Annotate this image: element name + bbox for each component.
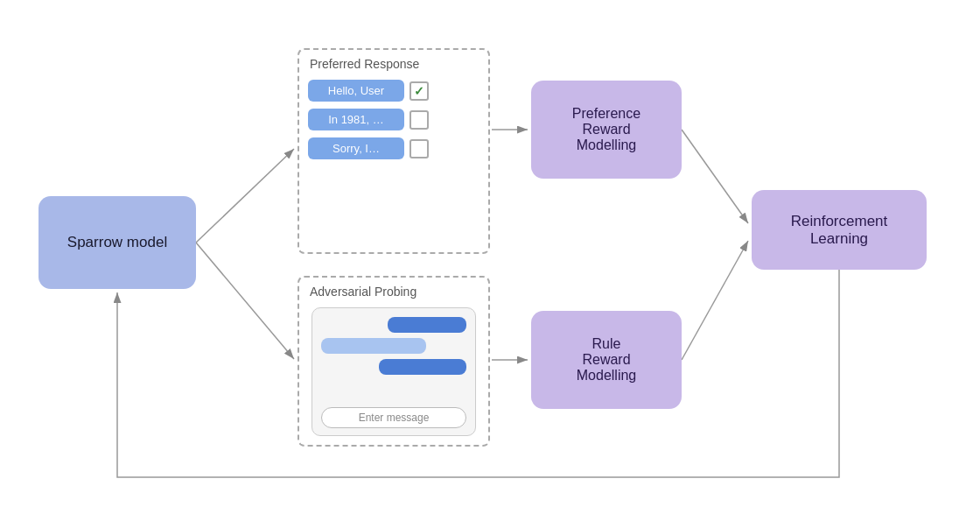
svg-line-5 [682, 130, 748, 223]
chat-bubble-2 [321, 338, 426, 354]
adversarial-probing-box: Adversarial Probing Enter message [298, 276, 490, 447]
response-item-2: In 1981, … [308, 109, 480, 130]
response-item-1: Hello, User ✓ [308, 80, 480, 102]
preferred-response-box: Preferred Response Hello, User ✓ In 1981… [298, 48, 490, 254]
reinforcement-learning-box: Reinforcement Learning [752, 190, 927, 270]
diagram-container: Sparrow model Preferred Response Hello, … [0, 0, 980, 521]
preference-reward-box: Preference Reward Modelling [531, 81, 682, 179]
response-items-list: Hello, User ✓ In 1981, … Sorry, I… [299, 80, 488, 166]
chat-input[interactable]: Enter message [321, 407, 466, 428]
preference-reward-label: Preference Reward Modelling [572, 106, 640, 153]
chat-area: Enter message [312, 307, 476, 436]
chat-bubble-1 [388, 317, 466, 333]
response-text-1: Hello, User [308, 80, 404, 102]
checkbox-2[interactable] [410, 110, 429, 130]
response-text-2: In 1981, … [308, 109, 404, 130]
chat-bubble-3 [379, 359, 466, 375]
checkbox-1[interactable]: ✓ [410, 81, 429, 101]
rule-reward-box: Rule Reward Modelling [531, 311, 682, 409]
checkbox-3[interactable] [410, 139, 429, 158]
svg-line-1 [196, 149, 294, 243]
adversarial-probing-label: Adversarial Probing [310, 285, 416, 299]
sparrow-model-box: Sparrow model [38, 196, 196, 289]
sparrow-model-label: Sparrow model [67, 234, 167, 251]
svg-line-6 [682, 241, 748, 360]
rl-label: Reinforcement Learning [791, 213, 888, 248]
preferred-response-label: Preferred Response [310, 57, 419, 71]
rule-reward-label: Rule Reward Modelling [577, 336, 636, 384]
response-item-3: Sorry, I… [308, 137, 480, 159]
response-text-3: Sorry, I… [308, 137, 404, 159]
svg-line-2 [196, 243, 294, 359]
